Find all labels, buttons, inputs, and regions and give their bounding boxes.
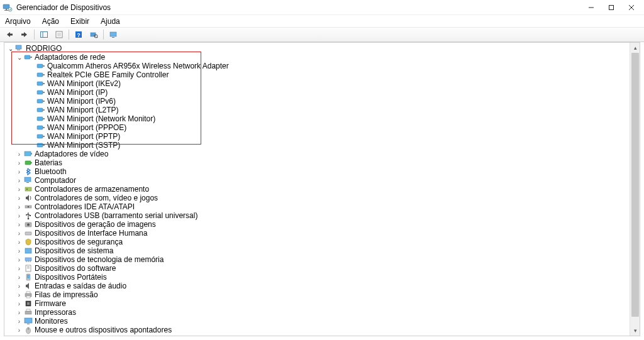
chevron-right-icon[interactable]: › <box>16 168 23 175</box>
computer-icon <box>24 176 33 185</box>
sound-icon <box>24 194 33 202</box>
chevron-right-icon[interactable]: › <box>16 221 23 228</box>
network-device[interactable]: WAN Miniport (PPTP) <box>4 132 640 141</box>
category-print-queues[interactable]: ›Filas de impressão <box>4 290 640 299</box>
chevron-right-icon[interactable]: › <box>16 186 23 193</box>
svg-rect-35 <box>37 108 43 112</box>
chevron-right-icon[interactable]: › <box>16 151 23 158</box>
category-computador[interactable]: ›Computador <box>4 176 640 185</box>
network-device[interactable]: Qualcomm Atheros AR956x Wireless Network… <box>4 62 640 70</box>
chevron-right-icon[interactable]: › <box>16 318 23 325</box>
chevron-right-icon[interactable]: › <box>16 248 23 255</box>
device-label: WAN Miniport (Network Monitor) <box>47 115 155 123</box>
category-processors[interactable]: ›Processadores <box>4 334 640 336</box>
audio-io-icon <box>24 282 33 290</box>
category-label: Controladores de armazenamento <box>35 185 149 194</box>
devices-button[interactable] <box>106 28 120 41</box>
chevron-right-icon[interactable]: › <box>16 204 23 211</box>
chevron-right-icon[interactable]: › <box>16 300 23 307</box>
network-adapter-icon <box>36 141 45 150</box>
chevron-right-icon[interactable]: › <box>16 160 23 167</box>
chevron-down-icon[interactable]: ⌄ <box>16 54 23 61</box>
menu-exibir[interactable]: Exibir <box>69 16 91 26</box>
category-ide-controllers[interactable]: ›Controladores IDE ATA/ATAPI <box>4 202 640 211</box>
network-device[interactable]: WAN Miniport (IP) <box>4 88 640 97</box>
chevron-right-icon[interactable]: › <box>16 265 23 272</box>
nav-back-button[interactable] <box>3 28 16 41</box>
category-mouse[interactable]: ›Mouse e outros dispositivos apontadores <box>4 326 640 334</box>
menu-arquivo[interactable]: Arquivo <box>4 16 32 26</box>
toolbar-separator <box>69 30 69 40</box>
battery-icon <box>24 158 33 167</box>
network-device[interactable]: WAN Miniport (SSTP) <box>4 141 640 150</box>
category-usb-controllers[interactable]: ›Controladores USB (barramento serial un… <box>4 211 640 220</box>
chevron-right-icon[interactable]: › <box>16 327 23 334</box>
category-label: Monitores <box>35 317 68 326</box>
category-security-devices[interactable]: ›Dispositivos de segurança <box>4 238 640 246</box>
category-portable-devices[interactable]: ›Dispositivos Portáteis <box>4 273 640 282</box>
maximize-button[interactable] <box>601 1 621 14</box>
mouse-icon <box>24 326 33 334</box>
svg-rect-37 <box>37 117 43 121</box>
chevron-right-icon[interactable]: › <box>16 292 23 299</box>
scroll-up-button[interactable]: ▴ <box>630 43 640 53</box>
network-device[interactable]: WAN Miniport (PPPOE) <box>4 123 640 132</box>
chevron-right-icon[interactable]: › <box>16 256 23 263</box>
category-bluetooth[interactable]: ›Bluetooth <box>4 167 640 176</box>
chevron-right-icon[interactable]: › <box>16 309 23 316</box>
category-imaging-devices[interactable]: ›Dispositivos de geração de imagens <box>4 220 640 229</box>
category-firmware[interactable]: ›Firmware <box>4 299 640 308</box>
scroll-thumb[interactable] <box>631 53 639 317</box>
category-printers[interactable]: ›Impressoras <box>4 308 640 317</box>
category-adaptadores-video[interactable]: ›Adaptadores de vídeo <box>4 150 640 158</box>
content-area: ⌄ RODRIGO ⌄ Adaptadores de rede Qualcomm… <box>4 42 640 336</box>
chevron-right-icon[interactable]: › <box>16 283 23 290</box>
device-label: WAN Miniport (PPPOE) <box>47 124 126 132</box>
category-system-devices[interactable]: ›Dispositivos de sistema <box>4 246 640 255</box>
window-controls <box>581 1 641 14</box>
scan-hardware-button[interactable] <box>87 28 101 41</box>
network-device[interactable]: WAN Miniport (IKEv2) <box>4 79 640 88</box>
memory-icon <box>24 255 33 264</box>
svg-rect-26 <box>43 65 45 67</box>
category-sound-controllers[interactable]: ›Controladores de som, vídeo e jogos <box>4 194 640 202</box>
vertical-scrollbar[interactable]: ▴ ▾ <box>630 43 640 336</box>
category-monitors[interactable]: ›Monitores <box>4 317 640 326</box>
chevron-right-icon[interactable]: › <box>16 336 23 336</box>
category-baterias[interactable]: ›Baterias <box>4 158 640 167</box>
network-device[interactable]: Realtek PCIe GBE Family Controller <box>4 70 640 79</box>
chevron-right-icon[interactable]: › <box>16 230 23 237</box>
device-label: WAN Miniport (IKEv2) <box>47 80 121 88</box>
help-button[interactable]: ? <box>72 28 86 41</box>
chevron-right-icon[interactable]: › <box>16 274 23 281</box>
minimize-button[interactable] <box>581 1 601 14</box>
printer-icon <box>24 308 33 317</box>
network-device[interactable]: WAN Miniport (Network Monitor) <box>4 114 640 123</box>
scroll-down-button[interactable]: ▾ <box>630 326 640 336</box>
titlebar[interactable]: Gerenciador de Dispositivos <box>0 0 644 15</box>
chevron-down-icon[interactable]: ⌄ <box>7 45 14 52</box>
show-hide-tree-button[interactable] <box>37 28 51 41</box>
menu-ajuda[interactable]: Ajuda <box>99 16 121 26</box>
category-label: Dispositivos de sistema <box>35 247 113 255</box>
properties-button[interactable] <box>52 28 66 41</box>
category-adaptadores-rede[interactable]: ⌄ Adaptadores de rede <box>4 53 640 62</box>
chevron-right-icon[interactable]: › <box>16 195 23 202</box>
chevron-right-icon[interactable]: › <box>16 212 23 219</box>
category-software-devices[interactable]: ›Dispositivos do software <box>4 264 640 273</box>
network-device[interactable]: WAN Miniport (IPv6) <box>4 97 640 106</box>
category-storage-controllers[interactable]: ›Controladores de armazenamento <box>4 185 640 194</box>
network-device[interactable]: WAN Miniport (L2TP) <box>4 106 640 114</box>
device-label: Realtek PCIe GBE Family Controller <box>47 71 169 79</box>
chevron-right-icon[interactable]: › <box>16 177 23 184</box>
close-button[interactable] <box>621 1 641 14</box>
category-memory-tech[interactable]: ›Dispositivos de tecnologia de memória <box>4 255 640 264</box>
nav-forward-button[interactable] <box>18 28 31 41</box>
chevron-right-icon[interactable]: › <box>16 239 23 246</box>
tree-root[interactable]: ⌄ RODRIGO <box>4 44 640 53</box>
cpu-icon <box>24 334 33 336</box>
category-hid[interactable]: ›Dispositivos de Interface Humana <box>4 229 640 238</box>
category-audio-io[interactable]: ›Entradas e saídas de áudio <box>4 282 640 290</box>
device-tree[interactable]: ⌄ RODRIGO ⌄ Adaptadores de rede Qualcomm… <box>4 43 640 336</box>
menu-acao[interactable]: Ação <box>41 16 60 26</box>
